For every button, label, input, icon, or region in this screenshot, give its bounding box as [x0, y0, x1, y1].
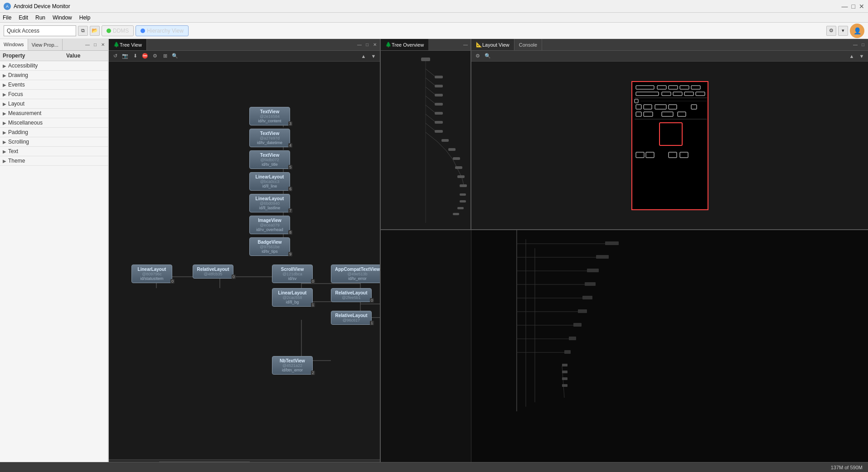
- overview-minimize-icon[interactable]: —: [462, 42, 469, 48]
- node-tv-content[interactable]: TextView @2e16584 id/tv_content 3: [249, 107, 290, 125]
- val-col-header: Value: [66, 53, 105, 59]
- node-relativelayout2[interactable]: RelativeLayout @2fee5b1 0: [331, 288, 372, 302]
- tv-stop-button[interactable]: ⛔: [141, 52, 150, 61]
- svg-rect-70: [655, 105, 666, 109]
- tv-dump-button[interactable]: ⬇: [131, 52, 140, 61]
- node-relativelayout3[interactable]: RelativeLayout @96c617 1: [331, 311, 372, 325]
- node-ll-lastline[interactable]: LinearLayout @6bd0940 id/ll_lastline 7: [249, 194, 290, 212]
- prop-name-padding: Padding: [8, 129, 67, 135]
- tv-screenshot-button[interactable]: 📷: [121, 52, 130, 61]
- tv-collapse-button[interactable]: ▲: [359, 52, 368, 61]
- tree-view-panel: 🌲 Tree View — □ ✕ ↺ 📷 ⬇ ⛔ ⚙ ⊞ 🔍 ▲ ▼: [109, 39, 381, 472]
- node-tv-title[interactable]: TextView @f4db072 id/tv_title 5: [249, 150, 290, 169]
- expand-icon-focus: ▶: [3, 92, 6, 97]
- tv-reload-button[interactable]: ↺: [111, 52, 120, 61]
- tv-zoom-button[interactable]: 🔍: [170, 52, 179, 61]
- panel-close-icon[interactable]: ✕: [100, 42, 106, 48]
- layout-view-panel: 📐 Layout View Console — □ ⚙ 🔍 ▲: [471, 39, 868, 229]
- quick-access-input[interactable]: Quick Access: [4, 25, 76, 36]
- node-tv-datetime[interactable]: TextView @a27e97d id/tv_datetime 4: [249, 129, 290, 147]
- layout-settings-icon[interactable]: ⚙: [473, 52, 482, 61]
- tab-tree-overview[interactable]: 🌲 Tree Overview: [381, 39, 428, 50]
- tab-console[interactable]: Console: [514, 39, 542, 50]
- tree-maximize-icon[interactable]: □: [364, 42, 370, 48]
- tree-view-tab-icon: 🌲: [113, 42, 120, 48]
- svg-rect-60: [636, 92, 659, 96]
- layout-view-label: Layout View: [482, 42, 509, 48]
- tv-zoom-fit-button[interactable]: ⊞: [160, 52, 170, 61]
- svg-line-32: [437, 141, 446, 150]
- menu-edit[interactable]: Edit: [19, 14, 28, 21]
- node-tv-tips[interactable]: BadgeView @97561be id/tv_tips 9: [249, 237, 290, 256]
- node-ll-bg[interactable]: LinearLayout @2cac558 id/ll_bg 1: [272, 288, 313, 307]
- status-bar: 137M of 590M: [0, 462, 868, 472]
- tab-windows[interactable]: Windows: [0, 39, 28, 50]
- tab-view-prop[interactable]: View Prop...: [28, 39, 63, 50]
- layout-expand-icon[interactable]: ▼: [857, 52, 866, 61]
- node-iv-overhead[interactable]: ImageView @ecea079 id/rv_overhead 8: [249, 216, 290, 234]
- layout-zoom-icon[interactable]: 🔍: [483, 52, 492, 61]
- node-nbtextview[interactable]: NbTextView @4521a22 id/btn_error 2: [272, 356, 313, 375]
- console-label: Console: [519, 42, 537, 48]
- layout-maximize-icon[interactable]: □: [860, 42, 866, 48]
- tab-layout-view[interactable]: 📐 Layout View: [471, 39, 514, 50]
- prop-name-accessibility: Accessibility: [8, 63, 67, 69]
- menu-run[interactable]: Run: [35, 14, 45, 21]
- title-bar: A Android Device Monitor — □ ✕: [0, 0, 868, 13]
- ddms-tab[interactable]: DDMS: [102, 25, 134, 36]
- svg-rect-76: [678, 112, 686, 116]
- node-ll-line[interactable]: LinearLayout @bca0cc3 id/ll_line 6: [249, 172, 290, 191]
- node-statusitem[interactable]: LinearLayout @809796c id/statusItem 0: [131, 265, 172, 283]
- menu-file[interactable]: File: [3, 14, 11, 21]
- quick-access-label: Quick Access: [7, 28, 39, 34]
- svg-rect-37: [421, 58, 430, 61]
- svg-rect-53: [457, 207, 464, 209]
- tree-overview-label: Tree Overview: [392, 42, 424, 48]
- prop-miscellaneous[interactable]: ▶ Miscellaneous: [0, 118, 108, 128]
- toolbar-more-button[interactable]: ▾: [838, 26, 848, 36]
- svg-line-31: [426, 132, 437, 141]
- toolbar: Quick Access ⧉ 📂 DDMS Hierarchy View ⚙ ▾…: [0, 23, 868, 39]
- expand-icon-layout: ▶: [3, 101, 6, 106]
- node-scrollview[interactable]: ScrollView @121dbca id/sv 0: [272, 265, 313, 283]
- hierarchy-label: Hierarchy View: [147, 28, 183, 34]
- tree-canvas[interactable]: TextView @2e16584 id/tv_content 3 TextVi…: [109, 62, 380, 459]
- svg-rect-71: [669, 105, 677, 109]
- prop-theme[interactable]: ▶ Theme: [0, 156, 108, 166]
- toolbar-copy-button[interactable]: ⧉: [78, 26, 88, 36]
- prop-name-drawing: Drawing: [8, 72, 67, 78]
- svg-rect-108: [562, 384, 567, 387]
- hierarchy-tab[interactable]: Hierarchy View: [136, 25, 188, 36]
- panel-maximize-icon[interactable]: □: [92, 42, 98, 48]
- menu-help[interactable]: Help: [79, 14, 91, 21]
- expand-icon-miscellaneous: ▶: [3, 120, 6, 125]
- prop-table: ▶ Accessibility ▶ Drawing ▶ Events ▶ Foc…: [0, 61, 108, 166]
- toolbar-open-button[interactable]: 📂: [90, 26, 100, 36]
- maximize-button[interactable]: □: [852, 3, 855, 10]
- prop-focus[interactable]: ▶ Focus: [0, 90, 108, 99]
- tv-expand-button[interactable]: ▼: [369, 52, 378, 61]
- prop-padding[interactable]: ▶ Padding: [0, 128, 108, 137]
- prop-text[interactable]: ▶ Text: [0, 147, 108, 156]
- layout-canvas: [471, 62, 868, 229]
- prop-measurement[interactable]: ▶ Measurement: [0, 109, 108, 118]
- close-button[interactable]: ✕: [859, 3, 864, 10]
- toolbar-settings-button[interactable]: ⚙: [826, 26, 836, 36]
- layout-minimize-icon[interactable]: —: [852, 42, 858, 48]
- minimize-button[interactable]: —: [842, 3, 848, 10]
- tree-minimize-icon[interactable]: —: [356, 42, 363, 48]
- node-appcompat-error[interactable]: AppCompatTextView @49e513b id/tv_error 0: [331, 265, 380, 283]
- menu-window[interactable]: Window: [53, 14, 72, 21]
- prop-layout[interactable]: ▶ Layout: [0, 99, 108, 109]
- prop-events[interactable]: ▶ Events: [0, 80, 108, 90]
- tree-close-icon[interactable]: ✕: [372, 42, 378, 48]
- tab-tree-view[interactable]: 🌲 Tree View: [109, 39, 147, 50]
- tv-settings-button[interactable]: ⚙: [150, 52, 160, 61]
- prop-accessibility[interactable]: ▶ Accessibility: [0, 61, 108, 71]
- layout-collapse-icon[interactable]: ▲: [847, 52, 856, 61]
- panel-minimize-icon[interactable]: —: [84, 42, 91, 48]
- prop-scrolling[interactable]: ▶ Scrolling: [0, 137, 108, 147]
- svg-rect-46: [448, 148, 456, 151]
- prop-drawing[interactable]: ▶ Drawing: [0, 71, 108, 80]
- node-relativelayout1[interactable]: RelativeLayout @48fcb35 0: [193, 265, 233, 279]
